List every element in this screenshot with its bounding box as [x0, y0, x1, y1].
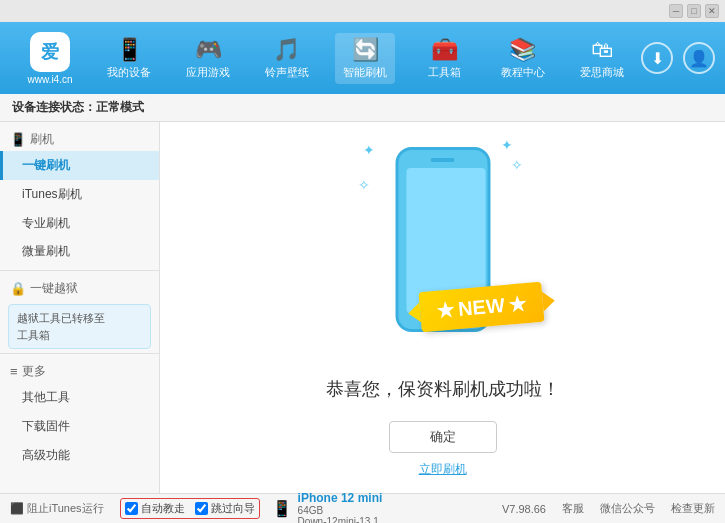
nav-my-device[interactable]: 📱 我的设备: [99, 33, 159, 84]
new-badge-star-right: ★: [507, 291, 527, 316]
nav-tutorials[interactable]: 📚 教程中心: [493, 33, 553, 84]
nav-smart-flash[interactable]: 🔄 智能刷机: [335, 33, 395, 84]
sidebar-item-download-firmware[interactable]: 下载固件: [0, 412, 159, 441]
sidebar-item-itunes-flash[interactable]: iTunes刷机: [0, 180, 159, 209]
flash-section-title: 刷机: [30, 131, 54, 148]
smart-flash-label: 智能刷机: [343, 65, 387, 80]
sidebar-item-other-tools[interactable]: 其他工具: [0, 383, 159, 412]
jailbreak-notice: 越狱工具已转移至工具箱: [8, 304, 151, 349]
nav-shop[interactable]: 🛍 爱思商城: [572, 33, 632, 84]
apps-games-icon: 🎮: [195, 37, 222, 63]
nav-ringtones[interactable]: 🎵 铃声壁纸: [257, 33, 317, 84]
skip-wizard-input[interactable]: [195, 502, 208, 515]
tutorials-label: 教程中心: [501, 65, 545, 80]
checkbox-group: 自动教走 跳过向导: [120, 498, 260, 519]
nav-bar: 📱 我的设备 🎮 应用游戏 🎵 铃声壁纸 🔄 智能刷机 🧰 工具箱 📚 教程中心…: [90, 33, 641, 84]
sidebar-section-jailbreak: 🔒 一键越狱: [0, 275, 159, 300]
sidebar-divider-2: [0, 353, 159, 354]
advanced-label: 高级功能: [22, 448, 70, 462]
minimize-btn[interactable]: ─: [669, 4, 683, 18]
user-btn[interactable]: 👤: [683, 42, 715, 74]
sidebar-item-advanced[interactable]: 高级功能: [0, 441, 159, 470]
header-right: ⬇ 👤: [641, 42, 715, 74]
wechat-link[interactable]: 微信公众号: [600, 501, 655, 516]
device-icon: 📱: [272, 499, 292, 518]
my-device-icon: 📱: [116, 37, 143, 63]
device-model: Down-12mini-13,1: [298, 516, 383, 524]
other-tools-label: 其他工具: [22, 390, 70, 404]
shop-icon: 🛍: [591, 37, 613, 63]
bottom-bar: ⬛ 阻止iTunes运行 自动教走 跳过向导 📱 iPhone 12 mini …: [0, 493, 725, 523]
stop-itunes-icon: ⬛: [10, 502, 24, 515]
check-update-link[interactable]: 检查更新: [671, 501, 715, 516]
phone-illustration: ✦ ✦ ✧ ✧ ★ NEW ★: [353, 137, 533, 357]
jailbreak-section-title: 一键越狱: [30, 280, 78, 297]
confirm-button[interactable]: 确定: [389, 421, 497, 453]
header: 爱 www.i4.cn 📱 我的设备 🎮 应用游戏 🎵 铃声壁纸 🔄 智能刷机 …: [0, 22, 725, 94]
flash-section-icon: 📱: [10, 132, 26, 147]
phone-speaker: [431, 158, 455, 162]
content-area: ✦ ✦ ✧ ✧ ★ NEW ★ 恭喜您，保资料刷机成功啦！ 确定 立即刷机: [160, 122, 725, 493]
main-layout: 📱 刷机 一键刷机 iTunes刷机 专业刷机 微量刷机 🔒 一键越狱 越狱工具…: [0, 122, 725, 493]
sidebar-item-one-click-flash[interactable]: 一键刷机: [0, 151, 159, 180]
more-section-icon: ≡: [10, 364, 18, 379]
sidebar-divider-1: [0, 270, 159, 271]
device-storage: 64GB: [298, 505, 383, 516]
auto-jump-label: 自动教走: [141, 501, 185, 516]
close-btn[interactable]: ✕: [705, 4, 719, 18]
itunes-flash-label: iTunes刷机: [22, 187, 82, 201]
nav-toolbox[interactable]: 🧰 工具箱: [414, 33, 474, 84]
jailbreak-notice-text: 越狱工具已转移至工具箱: [17, 312, 105, 341]
skip-wizard-checkbox[interactable]: 跳过向导: [195, 501, 255, 516]
sidebar-item-micro-flash[interactable]: 微量刷机: [0, 237, 159, 266]
status-value: 正常模式: [96, 99, 144, 116]
new-badge-text: NEW: [457, 294, 505, 321]
new-badge-star-left: ★: [435, 297, 455, 322]
version-text: V7.98.66: [502, 503, 546, 515]
auto-jump-input[interactable]: [125, 502, 138, 515]
sparkle-1: ✦: [363, 142, 375, 158]
tutorials-icon: 📚: [509, 37, 536, 63]
title-bar: ─ □ ✕: [0, 0, 725, 22]
ringtones-icon: 🎵: [273, 37, 300, 63]
stop-itunes-label: 阻止iTunes运行: [27, 501, 104, 516]
smart-flash-icon: 🔄: [352, 37, 379, 63]
logo[interactable]: 爱 www.i4.cn: [10, 32, 90, 85]
download-firmware-label: 下载固件: [22, 419, 70, 433]
auto-jump-checkbox[interactable]: 自动教走: [125, 501, 185, 516]
again-link[interactable]: 立即刷机: [419, 461, 467, 478]
toolbox-label: 工具箱: [428, 65, 461, 80]
jailbreak-section-icon: 🔒: [10, 281, 26, 296]
logo-url: www.i4.cn: [27, 74, 72, 85]
one-click-flash-label: 一键刷机: [22, 158, 70, 172]
bottom-right: V7.98.66 客服 微信公众号 检查更新: [502, 501, 715, 516]
success-text: 恭喜您，保资料刷机成功啦！: [326, 377, 560, 401]
sidebar-section-flash: 📱 刷机: [0, 126, 159, 151]
sparkle-2: ✦: [501, 137, 513, 153]
sidebar-section-more: ≡ 更多: [0, 358, 159, 383]
download-btn[interactable]: ⬇: [641, 42, 673, 74]
more-section-title: 更多: [22, 363, 46, 380]
pro-flash-label: 专业刷机: [22, 216, 70, 230]
logo-icon: 爱: [30, 32, 70, 72]
my-device-label: 我的设备: [107, 65, 151, 80]
sparkle-3: ✧: [358, 177, 370, 193]
sparkle-4: ✧: [511, 157, 523, 173]
shop-label: 爱思商城: [580, 65, 624, 80]
micro-flash-label: 微量刷机: [22, 244, 70, 258]
apps-games-label: 应用游戏: [186, 65, 230, 80]
status-bar: 设备连接状态： 正常模式: [0, 94, 725, 122]
bottom-device-info: iPhone 12 mini 64GB Down-12mini-13,1: [298, 491, 383, 524]
sidebar: 📱 刷机 一键刷机 iTunes刷机 专业刷机 微量刷机 🔒 一键越狱 越狱工具…: [0, 122, 160, 493]
skip-wizard-label: 跳过向导: [211, 501, 255, 516]
toolbox-icon: 🧰: [431, 37, 458, 63]
ringtones-label: 铃声壁纸: [265, 65, 309, 80]
sidebar-item-pro-flash[interactable]: 专业刷机: [0, 209, 159, 238]
nav-apps-games[interactable]: 🎮 应用游戏: [178, 33, 238, 84]
stop-itunes[interactable]: ⬛ 阻止iTunes运行: [10, 501, 104, 516]
customer-service-link[interactable]: 客服: [562, 501, 584, 516]
maximize-btn[interactable]: □: [687, 4, 701, 18]
status-label: 设备连接状态：: [12, 99, 96, 116]
